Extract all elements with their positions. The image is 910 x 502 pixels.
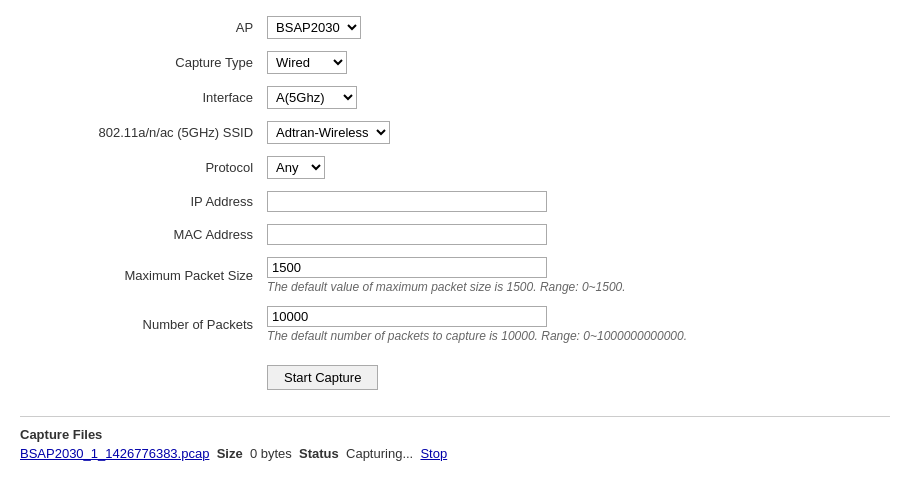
capture-type-field[interactable]: Wired Wireless (263, 45, 880, 80)
size-value: 0 bytes (250, 446, 292, 461)
num-packets-field[interactable]: The default number of packets to capture… (263, 300, 880, 349)
ip-address-field[interactable] (263, 185, 880, 218)
capture-file-row: BSAP2030_1_1426776383.pcap Size 0 bytes … (20, 446, 890, 461)
protocol-field[interactable]: Any TCP UDP (263, 150, 880, 185)
num-packets-label: Number of Packets (20, 300, 263, 349)
capture-files-title: Capture Files (20, 427, 890, 442)
protocol-select[interactable]: Any TCP UDP (267, 156, 325, 179)
max-packet-hint: The default value of maximum packet size… (267, 280, 876, 294)
ssid-field[interactable]: Adtran-Wireless (263, 115, 880, 150)
mac-address-label: MAC Address (20, 218, 263, 251)
start-capture-button[interactable]: Start Capture (267, 365, 378, 390)
interface-label: Interface (20, 80, 263, 115)
status-label: Status (299, 446, 339, 461)
capture-type-select[interactable]: Wired Wireless (267, 51, 347, 74)
form-table: AP BSAP2030 Capture Type Wired Wireless … (20, 10, 880, 396)
size-label: Size (217, 446, 243, 461)
capture-files-section: Capture Files BSAP2030_1_1426776383.pcap… (20, 416, 890, 461)
interface-field[interactable]: A(5Ghz) B(2.4Ghz) (263, 80, 880, 115)
max-packet-input[interactable] (267, 257, 547, 278)
ip-address-label: IP Address (20, 185, 263, 218)
ap-select[interactable]: BSAP2030 (267, 16, 361, 39)
mac-address-field[interactable] (263, 218, 880, 251)
ssid-label: 802.11a/n/ac (5GHz) SSID (20, 115, 263, 150)
max-packet-field[interactable]: The default value of maximum packet size… (263, 251, 880, 300)
protocol-label: Protocol (20, 150, 263, 185)
ap-label: AP (20, 10, 263, 45)
start-btn-spacer (20, 349, 263, 396)
status-value: Capturing... (346, 446, 413, 461)
ap-field[interactable]: BSAP2030 (263, 10, 880, 45)
ssid-select[interactable]: Adtran-Wireless (267, 121, 390, 144)
start-btn-cell[interactable]: Start Capture (263, 349, 880, 396)
mac-address-input[interactable] (267, 224, 547, 245)
interface-select[interactable]: A(5Ghz) B(2.4Ghz) (267, 86, 357, 109)
num-packets-hint: The default number of packets to capture… (267, 329, 876, 343)
max-packet-label: Maximum Packet Size (20, 251, 263, 300)
capture-file-link[interactable]: BSAP2030_1_1426776383.pcap (20, 446, 209, 461)
stop-link[interactable]: Stop (420, 446, 447, 461)
num-packets-input[interactable] (267, 306, 547, 327)
capture-type-label: Capture Type (20, 45, 263, 80)
ip-address-input[interactable] (267, 191, 547, 212)
